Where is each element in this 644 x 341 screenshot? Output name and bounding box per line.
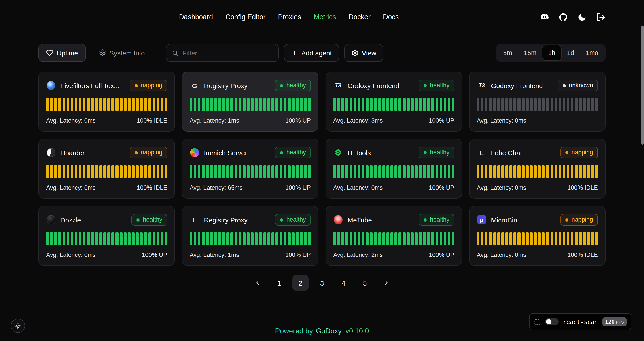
page-3[interactable]: 3 bbox=[314, 275, 330, 291]
status-dot bbox=[424, 218, 427, 221]
heart-icon bbox=[46, 49, 53, 56]
uptime-bar bbox=[91, 165, 94, 178]
service-card[interactable]: T3 Godoxy Frontend healthy Avg. Latency:… bbox=[326, 72, 462, 132]
card-header: μ MicroBin napping bbox=[477, 213, 598, 226]
latency-label: Avg. Latency: 0ms bbox=[477, 251, 526, 258]
uptime-bar bbox=[91, 232, 94, 245]
uptime-bar bbox=[431, 232, 434, 245]
service-card[interactable]: MeTube healthy Avg. Latency: 2ms 100% UP bbox=[326, 206, 462, 266]
uptime-bar bbox=[116, 232, 118, 245]
moon-icon[interactable] bbox=[577, 12, 587, 22]
page-4[interactable]: 4 bbox=[336, 275, 352, 291]
time-range-5m[interactable]: 5m bbox=[497, 45, 518, 60]
status-dot bbox=[280, 84, 283, 87]
uptime-bar bbox=[378, 165, 381, 178]
nav-item-dashboard[interactable]: Dashboard bbox=[179, 13, 213, 21]
uptime-bar bbox=[79, 165, 82, 178]
service-card[interactable]: Hoarder napping Avg. Latency: 0ms 100% I… bbox=[38, 139, 175, 199]
status-badge: napping bbox=[130, 147, 167, 158]
page-1[interactable]: 1 bbox=[271, 275, 287, 291]
godoxy-link[interactable]: GoDoxy bbox=[316, 327, 342, 335]
logout-icon[interactable] bbox=[596, 12, 606, 22]
service-card[interactable]: G Registry Proxy healthy Avg. Latency: 1… bbox=[182, 72, 318, 132]
uptime-bar bbox=[75, 232, 77, 245]
time-range-15m[interactable]: 15m bbox=[518, 45, 542, 60]
page-5[interactable]: 5 bbox=[357, 275, 373, 291]
uptime-bar bbox=[140, 98, 143, 111]
uptime-bar bbox=[583, 232, 586, 245]
uptime-bar bbox=[83, 232, 86, 245]
discord-icon[interactable] bbox=[539, 12, 549, 22]
uptime-bar bbox=[382, 165, 385, 178]
lightning-button[interactable] bbox=[11, 319, 25, 333]
service-card[interactable]: Immich Server healthy Avg. Latency: 65ms… bbox=[182, 139, 318, 199]
service-card[interactable]: Dozzle healthy Avg. Latency: 0ms 100% UP bbox=[38, 206, 175, 266]
uptime-label: 100% UP bbox=[429, 117, 454, 124]
react-scan-toggle[interactable] bbox=[545, 318, 558, 325]
scrollbar-thumb[interactable] bbox=[641, 26, 644, 145]
uptime-bar bbox=[346, 165, 348, 178]
uptime-bar bbox=[284, 165, 286, 178]
uptime-bar bbox=[374, 98, 377, 111]
uptime-bar bbox=[46, 98, 49, 111]
uptime-bar bbox=[571, 232, 573, 245]
time-range-group: 5m15m1h1d1mo bbox=[496, 44, 606, 62]
nav-item-docker[interactable]: Docker bbox=[348, 13, 370, 21]
page-2[interactable]: 2 bbox=[292, 275, 308, 291]
time-range-1mo[interactable]: 1mo bbox=[580, 45, 604, 60]
status-badge: healthy bbox=[132, 214, 167, 226]
chevron-left-icon[interactable] bbox=[250, 275, 266, 291]
uptime-bar bbox=[444, 165, 446, 178]
uptime-bar bbox=[583, 165, 586, 178]
service-card[interactable]: Fivefilters Full Tex... napping Avg. Lat… bbox=[38, 72, 175, 132]
uptime-bar bbox=[210, 165, 213, 178]
uptime-bar bbox=[164, 165, 167, 178]
add-agent-button[interactable]: Add agent bbox=[284, 44, 339, 62]
uptime-bar bbox=[342, 232, 344, 245]
uptime-bar bbox=[411, 98, 414, 111]
nav-item-config-editor[interactable]: Config Editor bbox=[226, 13, 266, 21]
uptime-bar bbox=[202, 232, 204, 245]
status-text: napping bbox=[141, 149, 162, 157]
service-card[interactable]: L Lobe Chat napping Avg. Latency: 0ms 10… bbox=[469, 139, 606, 199]
uptime-bar bbox=[267, 232, 270, 245]
time-range-1d[interactable]: 1d bbox=[561, 45, 580, 60]
nav-item-docs[interactable]: Docs bbox=[383, 13, 399, 21]
status-text: napping bbox=[572, 216, 593, 224]
card-header: L Lobe Chat napping bbox=[477, 146, 598, 159]
uptime-bars bbox=[333, 98, 454, 111]
nav-item-proxies[interactable]: Proxies bbox=[278, 13, 301, 21]
uptime-bar bbox=[440, 98, 442, 111]
chevron-right-icon[interactable] bbox=[378, 275, 394, 291]
inspect-icon[interactable] bbox=[534, 318, 540, 325]
tab-system-info[interactable]: System Info bbox=[91, 44, 152, 62]
filter-input[interactable] bbox=[182, 49, 272, 57]
latency-label: Avg. Latency: 0ms bbox=[477, 117, 526, 124]
tab-uptime[interactable]: Uptime bbox=[38, 44, 86, 62]
uptime-bar bbox=[571, 165, 573, 178]
uptime-bar bbox=[251, 98, 254, 111]
uptime-bar bbox=[243, 98, 246, 111]
uptime-bar bbox=[79, 232, 82, 245]
service-card[interactable]: L Registry Proxy healthy Avg. Latency: 1… bbox=[182, 206, 318, 266]
version-text: v0.10.0 bbox=[346, 327, 369, 335]
uptime-bar bbox=[132, 232, 134, 245]
uptime-bar bbox=[259, 165, 262, 178]
service-card[interactable]: μ MicroBin napping Avg. Latency: 0ms 100… bbox=[469, 206, 606, 266]
latency-label: Avg. Latency: 0ms bbox=[46, 184, 96, 191]
service-card[interactable]: ⚙ IT Tools healthy Avg. Latency: 0ms 100… bbox=[326, 139, 462, 199]
uptime-bar bbox=[202, 98, 204, 111]
uptime-bar bbox=[124, 232, 126, 245]
nav-item-metrics[interactable]: Metrics bbox=[314, 13, 336, 21]
view-button[interactable]: View bbox=[344, 44, 384, 62]
gear-icon bbox=[98, 49, 106, 56]
uptime-bar bbox=[407, 98, 410, 111]
time-range-1h[interactable]: 1h bbox=[542, 45, 561, 60]
uptime-bar bbox=[112, 165, 114, 178]
uptime-bar bbox=[390, 165, 393, 178]
uptime-bar bbox=[382, 232, 385, 245]
card-footer: Avg. Latency: 0ms 100% UP bbox=[333, 184, 454, 191]
github-icon[interactable] bbox=[558, 12, 568, 22]
uptime-bar bbox=[534, 98, 537, 111]
service-card[interactable]: T3 Godoxy Frontend unknown Avg. Latency:… bbox=[469, 72, 606, 132]
